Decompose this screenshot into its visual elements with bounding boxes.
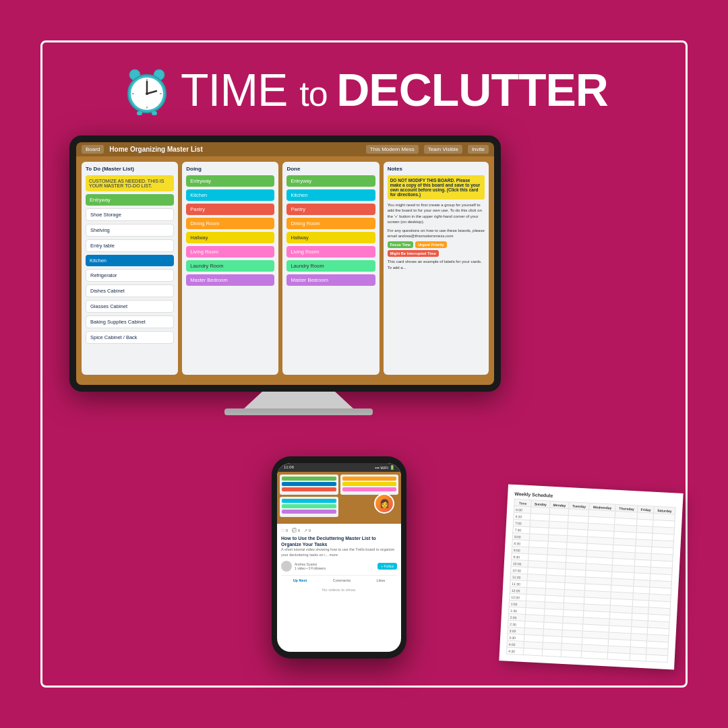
- col-done-header: Done: [286, 166, 375, 172]
- notes-tags: Focus Time Urgent Priority Might Be Inte…: [388, 241, 485, 257]
- clock-icon: [120, 63, 174, 117]
- col-todo-header: To Do (Master List): [86, 166, 174, 172]
- phone-author-avatar: [281, 561, 292, 572]
- trello-card[interactable]: Refrigerator: [86, 269, 174, 282]
- phone-signal: ▪▪▪ WiFi 🔋: [375, 465, 394, 470]
- schedule-cell[interactable]: [523, 648, 542, 655]
- phone-time: 11:06: [284, 465, 294, 470]
- phone-video-title: How to Use the Decluttering Master List …: [281, 535, 397, 547]
- trello-card[interactable]: Laundry Room: [286, 260, 375, 272]
- phone-wrapper: 11:06 ▪▪▪ WiFi 🔋: [272, 456, 406, 659]
- trello-col-done: Done Entryway Kitchen Pantry Dining Room…: [282, 162, 379, 375]
- phone-description: A short tutorial video showing how to us…: [281, 547, 397, 557]
- schedule-cell[interactable]: [646, 655, 667, 663]
- phone-author-followers: 1 video • 0 Followers: [295, 566, 326, 570]
- schedule-cell[interactable]: [562, 650, 582, 658]
- phone-col-3: [280, 497, 338, 517]
- monitor-screen: Board Home Organizing Master List This M…: [76, 142, 494, 385]
- phone-mini-card: [282, 487, 336, 491]
- tag-interrupted: Might Be Interrupted Time: [388, 250, 439, 257]
- trello-card[interactable]: Spice Cabinet / Back: [86, 331, 174, 344]
- phone-screen: 11:06 ▪▪▪ WiFi 🔋: [277, 463, 401, 652]
- trello-card[interactable]: Entryway: [286, 175, 375, 187]
- monitor: Board Home Organizing Master List This M…: [69, 135, 501, 392]
- notes-warning[interactable]: DO NOT MODIFY THIS BOARD. Please make a …: [388, 175, 485, 200]
- trello-card[interactable]: Pantry: [186, 204, 274, 215]
- phone-tabs: Up Next Comments Likes: [281, 575, 397, 582]
- trello-card[interactable]: Dining Room: [286, 218, 375, 229]
- svg-rect-7: [137, 111, 142, 115]
- phone-col-2: [340, 475, 399, 495]
- schedule-paper: Weekly Schedule Time Sunday Monday Tuesd…: [499, 484, 683, 669]
- phone-col-1: [280, 475, 338, 495]
- trello-card[interactable]: Entryway: [86, 194, 174, 206]
- phone-mini-card: [282, 510, 336, 514]
- schedule-cell[interactable]: [607, 653, 630, 661]
- trello-card[interactable]: Baking Supplies Cabinet: [86, 315, 174, 328]
- trello-card[interactable]: Laundry Room: [186, 260, 274, 272]
- trello-header: Board Home Organizing Master List This M…: [76, 142, 494, 156]
- notes-body2: For any questions on how to use these bo…: [388, 228, 485, 239]
- phone-author-info: Andrea Suarez 1 video • 0 Followers: [295, 562, 326, 570]
- trello-card[interactable]: Shelving: [86, 224, 174, 237]
- schedule-cell[interactable]: [542, 649, 562, 657]
- trello-card[interactable]: Master Bedroom: [186, 274, 274, 286]
- trello-card[interactable]: Living Room: [186, 246, 274, 257]
- notes-body3: This card shows an example of labels for…: [388, 259, 485, 270]
- tag-focus: Focus Time: [388, 241, 413, 248]
- schedule-cell[interactable]: [581, 651, 608, 659]
- trello-card[interactable]: Hallway: [186, 232, 274, 243]
- page-title: TIME to DECLUTTER: [181, 67, 608, 113]
- phone-status-bar: 11:06 ▪▪▪ WiFi 🔋: [277, 463, 401, 472]
- trello-board-nav[interactable]: Board: [82, 145, 104, 154]
- phone-mini-card: [282, 499, 336, 503]
- trello-card[interactable]: Kitchen: [86, 255, 174, 266]
- schedule-time-cell: 4:30: [506, 647, 523, 655]
- trello-columns: To Do (Master List) CUSTOMIZE AS NEEDED.…: [76, 156, 494, 380]
- phone-follow-btn[interactable]: + Follow: [377, 563, 397, 570]
- trello-card[interactable]: Glasses Cabinet: [86, 300, 174, 313]
- col-doing-header: Doing: [186, 166, 274, 172]
- trello-col-notes: Notes DO NOT MODIFY THIS BOARD. Please m…: [384, 162, 489, 375]
- svg-point-6: [146, 92, 148, 95]
- trello-card[interactable]: Entry table: [86, 239, 174, 252]
- svg-rect-8: [152, 111, 157, 115]
- phone-tab-comments[interactable]: Comments: [333, 578, 351, 582]
- header: TIME to DECLUTTER: [120, 63, 608, 117]
- schedule-grid: Time Sunday Monday Tuesday Wednesday Thu…: [506, 499, 676, 663]
- phone-content: ♡ 0💬 0↗ 0 How to Use the Decluttering Ma…: [277, 524, 401, 596]
- phone-no-content: No videos to show.: [281, 588, 397, 592]
- trello-card[interactable]: Living Room: [286, 246, 375, 257]
- phone-tab-upnext[interactable]: Up Next: [293, 578, 307, 582]
- trello-card[interactable]: Dining Room: [186, 218, 274, 229]
- monitor-base: [224, 408, 373, 415]
- trello-board-title: Home Organizing Master List: [109, 146, 361, 153]
- phone-mini-card: [342, 477, 397, 481]
- phone-mini-card: [282, 504, 336, 508]
- monitor-stand: [238, 392, 359, 408]
- phone-mini-card: [282, 477, 336, 481]
- trello-card[interactable]: Master Bedroom: [286, 274, 375, 286]
- trello-card[interactable]: Shoe Storage: [86, 208, 174, 221]
- col-notes-header: Notes: [388, 166, 485, 172]
- phone-author-row: Andrea Suarez 1 video • 0 Followers + Fo…: [281, 561, 397, 572]
- phone-mini-card: [342, 482, 397, 486]
- trello-card[interactable]: Kitchen: [286, 189, 375, 201]
- trello-card[interactable]: Dishes Cabinet: [86, 284, 174, 297]
- trello-card[interactable]: Pantry: [286, 204, 375, 215]
- phone-tab-likes[interactable]: Likes: [377, 578, 386, 582]
- trello-visibility: Team Visible: [424, 145, 462, 154]
- trello-card[interactable]: Kitchen: [186, 189, 274, 201]
- trello-card[interactable]: CUSTOMIZE AS NEEDED. THIS IS YOUR MASTER…: [86, 175, 174, 191]
- title-declutter: DECLUTTER: [336, 64, 608, 115]
- trello-card[interactable]: Entryway: [186, 175, 274, 187]
- tag-urgent: Urgent Priority: [415, 241, 447, 248]
- phone-mini-card: [342, 487, 397, 491]
- phone-mini-card: [282, 482, 336, 486]
- trello-col-todo: To Do (Master List) CUSTOMIZE AS NEEDED.…: [82, 162, 178, 375]
- trello-card[interactable]: Hallway: [286, 232, 375, 243]
- schedule-cell[interactable]: [630, 654, 646, 661]
- trello-col-doing: Doing Entryway Kitchen Pantry Dining Roo…: [182, 162, 278, 375]
- trello-invite-btn[interactable]: Invite: [468, 145, 489, 154]
- notes-body1: You might need to first create a group f…: [388, 202, 485, 225]
